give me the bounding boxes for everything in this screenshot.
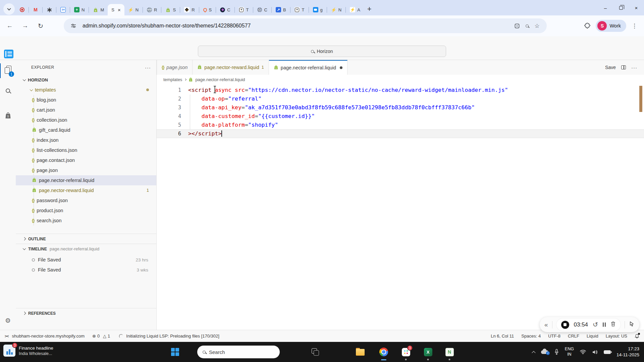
dirty-dot-icon[interactable] <box>340 66 342 69</box>
microphone-button[interactable] <box>554 349 559 355</box>
language-mode[interactable]: Liquid <box>587 334 598 339</box>
browser-tab[interactable]: A <box>346 4 364 15</box>
keyboard-layout[interactable]: Layout: US <box>606 334 627 339</box>
browser-tab[interactable]: N <box>70 4 88 15</box>
browser-tab[interactable] <box>16 4 28 15</box>
editor-tab[interactable]: Spage.nector-reward.liquid1 <box>193 60 269 75</box>
browser-tab[interactable]: S <box>200 4 216 15</box>
file-row[interactable]: {}password.json <box>16 195 156 205</box>
extensions-puzzle-icon[interactable] <box>582 21 592 31</box>
eol-sequence[interactable]: CRLF <box>568 334 579 339</box>
browser-tab[interactable]: R <box>143 4 161 15</box>
editor-more-icon[interactable]: ··· <box>631 65 637 70</box>
onedrive-button[interactable]: i <box>541 350 548 354</box>
split-editor-icon[interactable] <box>621 65 626 69</box>
code-line[interactable]: 3 data-api_key="ak_a7d351f703e0abd3f8fb5… <box>157 103 644 112</box>
browser-tab[interactable]: SS <box>162 4 179 15</box>
tab-close-icon[interactable]: × <box>118 7 121 13</box>
profile-chip[interactable]: S Work <box>596 20 626 32</box>
url-text[interactable]: admin.shopify.com/store/shubham-nector-s… <box>83 23 512 29</box>
timeline-item[interactable]: File Saved23 hrs <box>16 255 156 265</box>
save-button[interactable]: Save <box>605 65 616 70</box>
taskbar-search[interactable]: Search <box>197 346 280 358</box>
workspace-root[interactable]: HORIZON <box>16 75 156 85</box>
search-icon[interactable] <box>522 21 532 31</box>
bookmark-star-icon[interactable]: ☆ <box>532 21 542 31</box>
browser-tab[interactable]: B <box>272 4 290 15</box>
reload-button[interactable]: ↻ <box>35 20 46 32</box>
browser-tab[interactable]: SM <box>89 4 108 15</box>
file-row[interactable]: Spage.nector-referral.liquid <box>16 175 156 185</box>
file-row[interactable]: {}cart.json <box>16 105 156 115</box>
breadcrumb-file[interactable]: page.nector-referral.liquid <box>195 77 245 82</box>
clock[interactable]: 17:23 14-11-2025 <box>616 346 639 358</box>
site-settings-icon[interactable] <box>68 21 78 31</box>
file-explorer-button[interactable] <box>354 346 366 358</box>
browser-tab[interactable] <box>43 4 56 15</box>
shopify-activity-button[interactable]: S <box>0 107 16 124</box>
code-line[interactable]: 1<script async src="https://cdn.nector.i… <box>157 86 644 95</box>
code-line[interactable]: 2 data-op="referral" <box>157 95 644 103</box>
volume-button[interactable] <box>592 350 598 355</box>
code-line[interactable]: 4 data-customer_id="{{customer.id}}" <box>157 112 644 121</box>
excel-button[interactable]: X <box>422 346 434 358</box>
file-row[interactable]: Spage.nector-reward.liquid1 <box>16 185 156 195</box>
back-button[interactable]: ← <box>4 20 15 32</box>
host-label[interactable]: shubham-nector-store.myshopify.com <box>12 334 85 339</box>
scrollbar-decoration[interactable] <box>639 86 642 112</box>
file-row[interactable]: {}search.json <box>16 216 156 226</box>
start-button[interactable] <box>169 346 181 358</box>
references-section[interactable]: REFERENCES <box>16 308 156 318</box>
task-view-button[interactable] <box>309 346 321 358</box>
browser-tab[interactable]: C <box>216 4 234 15</box>
maximize-button[interactable] <box>613 0 629 15</box>
browser-tab[interactable]: C <box>254 4 271 15</box>
explorer-actions-icon[interactable]: ··· <box>145 65 151 70</box>
delete-recording-icon[interactable] <box>610 321 616 328</box>
explorer-activity-button[interactable]: 1 <box>0 61 16 78</box>
browser-tab[interactable]: g <box>309 4 326 15</box>
outline-section[interactable]: OUTLINE <box>16 234 156 244</box>
chrome-button[interactable] <box>378 346 390 358</box>
cursor-position[interactable]: Ln 6, Col 11 <box>491 334 514 339</box>
browser-tab-active[interactable]: S× <box>108 4 124 15</box>
file-row[interactable]: {}index.json <box>16 135 156 145</box>
encoding[interactable]: UTF-8 <box>548 334 560 339</box>
timeline-item[interactable]: File Saved3 wks <box>16 265 156 275</box>
wifi-button[interactable] <box>580 350 586 354</box>
close-button[interactable]: × <box>629 0 644 15</box>
code-area[interactable]: 1<script async src="https://cdn.nector.i… <box>157 84 644 138</box>
tray-expand-button[interactable] <box>532 351 535 353</box>
file-row[interactable]: {}page.contact.json <box>16 155 156 165</box>
folder-templates[interactable]: templates <box>16 85 156 95</box>
tab-search-button[interactable] <box>3 3 15 15</box>
remote-indicator-icon[interactable]: >< <box>5 334 8 339</box>
browser-tab[interactable]: N <box>124 4 142 15</box>
breadcrumb-folder[interactable]: templates <box>163 77 182 82</box>
browser-tab[interactable] <box>57 4 69 15</box>
browser-tab[interactable]: N <box>327 4 345 15</box>
file-row[interactable]: {}page.json <box>16 165 156 175</box>
indentation[interactable]: Spaces: 4 <box>521 334 541 339</box>
settings-gear-button[interactable]: ⚙ <box>0 312 16 329</box>
forward-button[interactable]: → <box>19 20 31 32</box>
breadcrumb[interactable]: templates S page.nector-referral.liquid <box>157 75 644 84</box>
search-activity-button[interactable] <box>0 82 16 99</box>
address-bar[interactable]: admin.shopify.com/store/shubham-nector-s… <box>64 18 547 33</box>
language-indicator[interactable]: ENG IN <box>565 347 574 357</box>
browser-tab[interactable]: T <box>291 4 308 15</box>
browser-tab[interactable]: T <box>235 4 253 15</box>
cursor-tool-icon[interactable] <box>629 321 635 328</box>
file-row[interactable]: {}list-collections.json <box>16 145 156 155</box>
restart-recording-icon[interactable]: ↺ <box>593 321 598 328</box>
slack-button[interactable]: 3 <box>400 346 412 358</box>
code-line[interactable]: 6></script> <box>157 129 644 138</box>
file-row[interactable]: {}collection.json <box>16 115 156 125</box>
file-row[interactable]: Sgift_card.liquid <box>16 125 156 135</box>
browser-tab[interactable] <box>29 4 42 15</box>
pause-recording-icon[interactable] <box>603 322 606 327</box>
browser-menu-icon[interactable]: ⋮ <box>630 22 639 29</box>
command-center[interactable]: Horizon <box>198 46 446 57</box>
timeline-section[interactable]: TIMELINE page.nector-referral.liquid <box>16 244 156 254</box>
new-tab-button[interactable]: + <box>367 5 372 13</box>
